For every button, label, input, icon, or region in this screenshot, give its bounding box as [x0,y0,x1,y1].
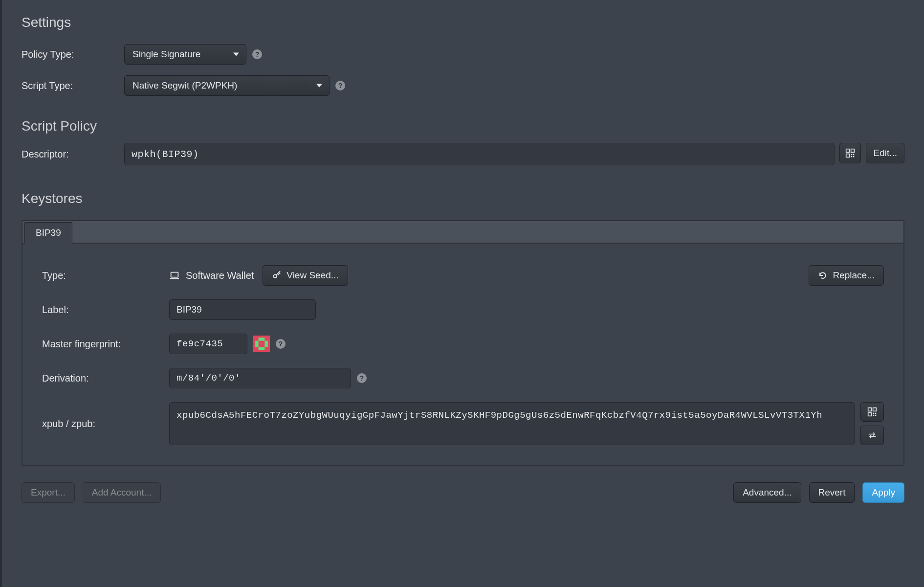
script-type-label: Script Type: [22,80,124,91]
replace-button[interactable]: Replace... [809,265,884,286]
svg-rect-5 [851,156,853,158]
replace-label: Replace... [833,270,875,281]
tab-bip39[interactable]: BIP39 [24,222,72,244]
tab-strip: BIP39 [22,221,903,244]
fingerprint-input[interactable] [169,334,247,354]
svg-rect-0 [846,149,850,153]
descriptor-value: wpkh(BIP39) [132,149,199,160]
undo-icon [818,271,828,280]
help-icon[interactable]: ? [276,339,286,349]
script-type-select[interactable]: Native Segwit (P2WPKH) [124,75,330,96]
edit-descriptor-button[interactable]: Edit... [866,143,904,163]
export-label: Export... [31,487,66,498]
type-label: Type: [42,270,169,281]
qr-icon [867,407,877,417]
svg-rect-12 [259,347,265,350]
script-type-value: Native Segwit (P2WPKH) [132,80,237,91]
keystore-frame: BIP39 Type: Software Wallet [22,220,904,466]
identicon-icon [253,336,270,352]
svg-rect-21 [873,415,875,416]
xpub-input[interactable] [169,402,855,445]
fingerprint-label: Master fingerprint: [42,339,169,350]
help-icon[interactable]: ? [335,81,345,90]
svg-rect-3 [851,154,853,156]
type-value: Software Wallet [186,270,254,281]
export-button[interactable]: Export... [22,482,75,503]
qr-icon [845,148,855,158]
chevron-down-icon [316,84,322,88]
derivation-label: Derivation: [42,373,169,384]
apply-label: Apply [872,487,895,498]
view-seed-label: View Seed... [286,270,338,281]
qr-button[interactable] [839,143,861,163]
key-icon [272,271,282,280]
descriptor-label: Descriptor: [22,149,124,160]
xpub-convert-button[interactable] [860,426,884,445]
apply-button[interactable]: Apply [862,482,904,503]
revert-label: Revert [818,487,846,498]
svg-rect-22 [875,415,877,416]
svg-rect-2 [846,154,850,158]
svg-rect-17 [873,408,877,411]
svg-rect-4 [853,154,855,156]
svg-rect-1 [851,149,855,153]
svg-rect-19 [873,413,875,414]
advanced-button[interactable]: Advanced... [733,482,801,503]
policy-type-value: Single Signature [132,49,200,60]
tab-label: BIP39 [36,227,61,238]
help-icon[interactable]: ? [252,49,262,59]
label-input[interactable] [169,299,316,320]
svg-rect-18 [868,413,872,416]
policy-type-label: Policy Type: [22,49,124,60]
xpub-qr-button[interactable] [860,402,884,422]
laptop-icon [169,270,180,281]
derivation-input[interactable] [169,368,351,388]
edit-label: Edit... [873,148,897,158]
help-icon[interactable]: ? [357,373,367,383]
keystores-heading: Keystores [22,191,904,206]
svg-rect-7 [171,272,178,277]
swap-icon [867,430,877,440]
label-label: Label: [42,304,169,316]
add-account-label: Add Account... [92,487,152,498]
settings-heading: Settings [22,15,904,30]
descriptor-input[interactable]: wpkh(BIP39) [124,143,835,165]
chevron-down-icon [233,53,239,56]
script-policy-heading: Script Policy [22,118,904,134]
svg-rect-11 [259,338,265,340]
svg-rect-15 [260,342,264,346]
advanced-label: Advanced... [743,487,792,498]
view-seed-button[interactable]: View Seed... [263,265,348,286]
xpub-label: xpub / zpub: [42,418,169,429]
svg-rect-14 [264,341,267,347]
svg-rect-16 [868,408,872,411]
revert-button[interactable]: Revert [809,482,855,503]
svg-rect-13 [255,341,258,347]
svg-rect-6 [853,156,855,158]
svg-rect-8 [170,278,179,279]
add-account-button[interactable]: Add Account... [83,482,161,503]
policy-type-select[interactable]: Single Signature [124,44,246,65]
svg-rect-20 [875,413,877,414]
